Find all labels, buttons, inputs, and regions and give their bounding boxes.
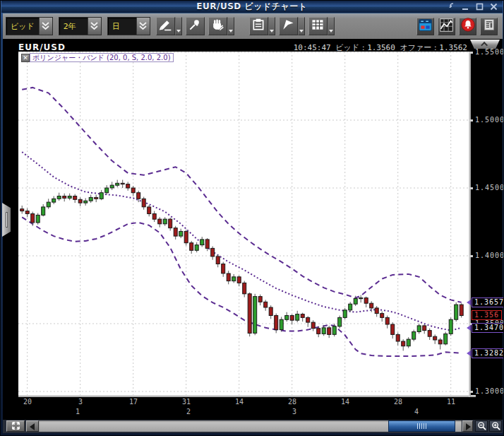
- month-tick-label: 1: [76, 408, 80, 416]
- hand-tool-button[interactable]: [208, 17, 227, 35]
- chart-window: EUR/USD ビッドチャート ビッド 2年: [0, 0, 504, 436]
- candlestick-plot[interactable]: [18, 52, 469, 395]
- magnifier-plus-icon: [491, 420, 500, 433]
- news-button[interactable]: [480, 18, 498, 35]
- grid-view-button[interactable]: [308, 17, 328, 35]
- maximize-icon[interactable]: [475, 2, 484, 11]
- price-tick-mark: [469, 391, 473, 393]
- price-tick-label: 1.5500: [475, 48, 504, 56]
- date-tick-label: 31: [182, 398, 191, 406]
- marker-arrow-icon: [467, 300, 471, 305]
- price-tick-label: 1.5000: [475, 116, 504, 124]
- chart-canvas[interactable]: [18, 52, 469, 395]
- date-tick-label: 3: [78, 398, 83, 406]
- bell-icon: [460, 17, 476, 35]
- interval-dropdown[interactable]: 日: [107, 17, 150, 35]
- scroll-left-button[interactable]: [26, 420, 39, 432]
- pencil-icon: [158, 18, 172, 35]
- window-title: EUR/USD ビッドチャート: [196, 1, 307, 13]
- float-window-icon[interactable]: [447, 2, 456, 11]
- clipboard-dropdown[interactable]: [268, 17, 275, 35]
- draw-line-tool-button[interactable]: [156, 17, 175, 35]
- pushpin-icon: [188, 18, 202, 35]
- symbol-label: EUR/USD: [18, 42, 66, 52]
- indicator-tag: ✕ ボリンジャー・バンド (20, 0, S, 2.0, 2.0): [21, 53, 174, 62]
- chart-window-button[interactable]: [438, 18, 455, 35]
- price-tick-label: 1.4500: [475, 184, 504, 192]
- grip-icon: [6, 212, 8, 228]
- date-tick-label: 14: [341, 398, 349, 406]
- minimize-icon[interactable]: [461, 2, 470, 11]
- price-tick-label: 1.4000: [475, 252, 504, 259]
- bottom-scrollbar: [3, 420, 503, 433]
- fit-chart-button[interactable]: [6, 420, 25, 432]
- range-dropdown[interactable]: 2年: [59, 17, 102, 35]
- pointer-flag-dropdown[interactable]: [298, 17, 305, 35]
- toolbar: ビッド 2年 日: [3, 13, 503, 39]
- scrollbar-thumb[interactable]: [388, 420, 455, 432]
- indicator-close-icon[interactable]: ✕: [21, 54, 30, 62]
- magnifier-minus-icon: [477, 420, 486, 433]
- clipboard-icon: [251, 18, 265, 35]
- chart-region: EUR/USD 10:45:47 ビッド：1.3560 オファー：1.3562 …: [3, 39, 503, 421]
- price-marker-last: 1.356: [472, 310, 502, 320]
- side-panel-handle[interactable]: [2, 203, 11, 237]
- price-tick-label: 1.3000: [475, 387, 504, 395]
- chevron-double-down-icon[interactable]: [88, 18, 101, 35]
- marker-arrow-icon: [467, 350, 471, 356]
- chevron-double-down-icon[interactable]: [136, 18, 150, 35]
- grid-view-dropdown[interactable]: [328, 17, 335, 35]
- date-tick-label: 17: [129, 398, 138, 406]
- price-type-value: ビッド: [6, 18, 39, 35]
- price-tick-mark: [469, 52, 473, 54]
- price-marker-band: 1.3470: [472, 323, 504, 333]
- hand-icon: [210, 18, 224, 35]
- plot-bottom-border: [18, 395, 476, 397]
- pin-tool-button[interactable]: [186, 17, 205, 35]
- pointer-flag-icon: [281, 18, 295, 35]
- date-tick-label: 28: [394, 398, 402, 406]
- chevron-double-down-icon[interactable]: [39, 18, 52, 35]
- date-tick-label: 11: [447, 398, 455, 406]
- scroll-right-button[interactable]: [462, 420, 473, 432]
- arrow-right-icon: [465, 420, 471, 433]
- month-tick-label: 3: [292, 408, 296, 416]
- grid-icon: [311, 18, 325, 35]
- price-tick-mark: [469, 119, 473, 122]
- hand-tool-dropdown[interactable]: [227, 17, 234, 35]
- quote-panel-icon: [418, 18, 433, 35]
- chart-icon: [439, 18, 454, 35]
- date-tick-label: 28: [288, 398, 296, 406]
- zoom-in-button[interactable]: [489, 420, 502, 432]
- arrow-left-icon: [30, 420, 35, 433]
- pointer-flag-button[interactable]: [279, 17, 298, 35]
- indicator-label: ボリンジャー・バンド (20, 0, S, 2.0, 2.0): [30, 53, 174, 62]
- interval-value: 日: [108, 18, 136, 35]
- month-tick-label: 4: [414, 408, 419, 416]
- date-tick-label: 20: [23, 398, 32, 406]
- alarm-button[interactable]: [459, 18, 476, 35]
- clipboard-button[interactable]: [249, 17, 268, 35]
- zoom-out-button[interactable]: [475, 420, 488, 432]
- price-marker-band: 1.3657: [472, 297, 504, 307]
- close-icon[interactable]: [489, 2, 498, 11]
- price-tick-mark: [469, 255, 473, 257]
- draw-line-dropdown[interactable]: [175, 17, 182, 35]
- marker-arrow-icon: [467, 325, 471, 331]
- price-tick-mark: [469, 187, 473, 189]
- price-marker-band: 1.3282: [472, 348, 504, 358]
- quote-panel-button[interactable]: [416, 18, 434, 35]
- expand-arrows-icon: [11, 420, 20, 433]
- title-bar[interactable]: EUR/USD ビッドチャート: [1, 1, 503, 13]
- date-tick-label: 14: [235, 398, 244, 406]
- news-icon: [482, 18, 496, 35]
- price-type-dropdown[interactable]: ビッド: [6, 17, 53, 35]
- month-tick-label: 2: [186, 408, 191, 416]
- range-value: 2年: [59, 18, 88, 35]
- plot-right-border: [469, 52, 471, 397]
